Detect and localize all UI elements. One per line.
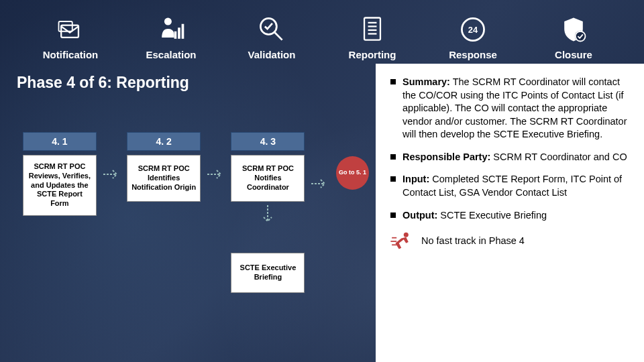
svg-rect-19	[392, 244, 396, 245]
flow-step-1: 4. 1 SCRM RT POC Reviews, Verifies, and …	[17, 132, 103, 216]
arrow-right-icon	[103, 151, 121, 198]
flow-panel: Phase 4 of 6: Reporting 4. 1 SCRM RT POC…	[0, 64, 376, 362]
bullet-icon	[390, 176, 396, 182]
step-box: SCRM RT POC Notifies Coordinator	[231, 155, 305, 202]
goto-circle: Go to 5. 1	[336, 156, 369, 190]
svg-point-16	[404, 233, 409, 237]
step-number: 4. 1	[23, 132, 97, 151]
arrow-right-icon	[311, 160, 329, 207]
svg-rect-17	[392, 237, 396, 239]
step-label: Response	[449, 49, 497, 60]
bullet-summary: Summary: The SCRM RT Coordinator will co…	[390, 76, 629, 141]
flow-step-3: 4. 3 SCRM RT POC Notifies Coordinator SC…	[225, 132, 311, 293]
step-label: Validation	[248, 49, 296, 60]
step-box: SCRM RT POC Identifies Notification Orig…	[127, 155, 201, 202]
output-box: SCTE Executive Briefing	[231, 253, 305, 293]
step-response: 24 Response	[423, 13, 523, 60]
phase-title: Phase 4 of 6: Reporting	[17, 74, 369, 92]
step-escalation: Escalation	[121, 13, 221, 60]
running-icon	[390, 231, 415, 251]
fast-track-text: No fast track in Phase 4	[421, 235, 525, 248]
person-chart-icon	[154, 13, 188, 46]
step-label: Reporting	[349, 49, 396, 60]
step-validation: Validation	[221, 13, 322, 60]
shield-check-icon	[557, 13, 590, 46]
svg-rect-7	[364, 18, 380, 40]
phase-steps-bar: Notification Escalation Validation Repor…	[0, 0, 644, 64]
step-box: SCRM RT POC Reviews, Verifies, and Updat…	[23, 155, 97, 216]
step-label: Escalation	[146, 49, 196, 60]
document-icon	[356, 13, 389, 46]
arrow-down-icon	[261, 204, 274, 226]
arrow-right-icon	[207, 151, 225, 198]
svg-rect-3	[174, 32, 177, 39]
process-flow: 4. 1 SCRM RT POC Reviews, Verifies, and …	[17, 132, 369, 293]
bullet-icon	[390, 79, 396, 84]
bullet-responsible: Responsible Party: SCRM RT Coordinator a…	[390, 151, 629, 164]
svg-rect-4	[178, 27, 180, 39]
svg-text:24: 24	[468, 25, 478, 35]
clock-24-icon: 24	[456, 13, 490, 46]
step-closure: Closure	[523, 13, 624, 60]
bullet-icon	[390, 154, 396, 160]
flow-step-2: 4. 2 SCRM RT POC Identifies Notification…	[121, 132, 207, 202]
step-number: 4. 2	[127, 132, 201, 151]
step-number: 4. 3	[231, 132, 305, 151]
magnify-check-icon	[255, 13, 288, 46]
svg-point-2	[164, 18, 172, 25]
bullet-input: Input: Completed SCTE Report Form, ITC P…	[390, 173, 629, 199]
svg-rect-18	[390, 241, 396, 242]
bullet-output: Output: SCTE Executive Briefing	[390, 209, 629, 223]
step-reporting: Reporting	[322, 13, 423, 60]
details-panel: Summary: The SCRM RT Coordinator will co…	[376, 64, 644, 362]
mail-icon	[54, 13, 87, 46]
step-label: Notification	[43, 49, 99, 60]
svg-rect-5	[182, 24, 184, 39]
bullet-icon	[390, 213, 396, 218]
fast-track-note: No fast track in Phase 4	[390, 231, 629, 251]
step-label: Closure	[555, 49, 592, 60]
step-notification: Notification	[20, 13, 121, 60]
